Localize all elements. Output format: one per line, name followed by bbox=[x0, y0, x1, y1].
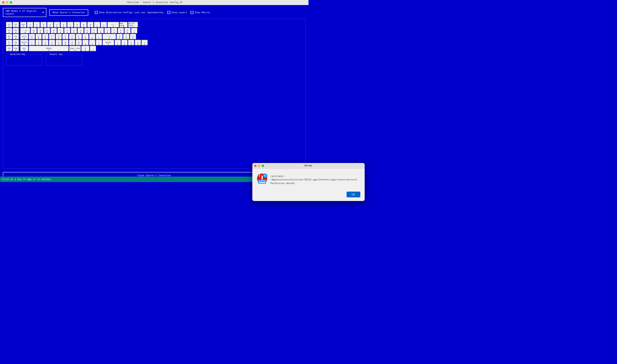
dialog-title: Error bbox=[305, 164, 308, 167]
svg-point-11 bbox=[264, 175, 266, 176]
svg-rect-14 bbox=[259, 176, 260, 177]
svg-rect-1 bbox=[261, 176, 263, 180]
dialog-minimize-button[interactable] bbox=[258, 165, 260, 167]
dialog-overlay: Error bbox=[0, 0, 308, 182]
svg-rect-7 bbox=[264, 180, 265, 181]
dialog-body: /bin/bash: /Applications/Utilities/SCCUI… bbox=[252, 169, 308, 182]
dialog-maximize-button[interactable] bbox=[262, 165, 264, 167]
error-dialog: Error bbox=[252, 163, 308, 182]
dialog-close-button[interactable] bbox=[254, 165, 257, 167]
svg-rect-5 bbox=[261, 180, 262, 181]
dialog-buttons bbox=[254, 165, 264, 167]
dialog-message: /bin/bash: /Applications/Utilities/SCCUI… bbox=[271, 175, 308, 182]
error-icon bbox=[257, 173, 268, 182]
svg-rect-6 bbox=[262, 180, 264, 181]
svg-rect-13 bbox=[259, 175, 260, 176]
svg-rect-4 bbox=[259, 180, 260, 181]
dialog-titlebar: Error bbox=[252, 163, 308, 169]
